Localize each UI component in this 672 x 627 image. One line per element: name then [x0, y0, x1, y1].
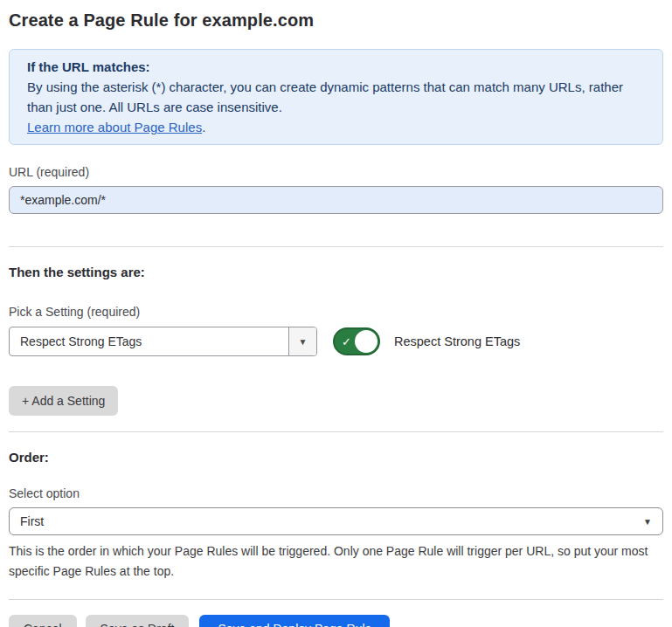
footer-actions: Cancel Save as Draft Save and Deploy Pag… — [9, 615, 663, 627]
info-box-body: By using the asterisk (*) character, you… — [27, 77, 645, 117]
order-select-label: Select option — [9, 486, 663, 500]
url-input[interactable] — [9, 186, 663, 214]
dropdown-arrow-icon: ▼ — [299, 337, 308, 347]
cancel-button[interactable]: Cancel — [9, 615, 77, 627]
url-field-label: URL (required) — [9, 165, 663, 179]
info-box-heading: If the URL matches: — [27, 57, 645, 77]
setting-dropdown-value: Respect Strong ETags — [10, 327, 288, 355]
add-setting-button[interactable]: + Add a Setting — [9, 386, 118, 416]
section-divider — [9, 246, 663, 247]
save-and-deploy-button[interactable]: Save and Deploy Page Rule — [199, 615, 390, 627]
setting-dropdown-button[interactable]: ▼ — [288, 327, 316, 355]
order-help-text: This is the order in which your Page Rul… — [9, 541, 660, 582]
page-rule-form: Create a Page Rule for example.com If th… — [0, 10, 672, 627]
page-title: Create a Page Rule for example.com — [9, 10, 663, 31]
chevron-down-icon: ▼ — [643, 517, 652, 527]
info-box-link-line: Learn more about Page Rules. — [27, 117, 645, 137]
url-match-info-box: If the URL matches: By using the asteris… — [9, 49, 663, 145]
settings-section-heading: Then the settings are: — [9, 265, 663, 279]
order-select-value: First — [20, 514, 44, 528]
footer-divider — [9, 599, 663, 600]
setting-row: Respect Strong ETags ▼ ✓ Respect Strong … — [9, 327, 663, 356]
order-select[interactable]: First ▼ — [9, 507, 663, 535]
learn-more-link[interactable]: Learn more about Page Rules — [27, 120, 202, 134]
setting-toggle[interactable]: ✓ — [333, 327, 380, 355]
setting-toggle-label: Respect Strong ETags — [394, 334, 520, 348]
order-section-heading: Order: — [9, 450, 663, 465]
setting-dropdown[interactable]: Respect Strong ETags ▼ — [9, 327, 317, 356]
check-icon: ✓ — [342, 335, 351, 348]
section-divider — [9, 431, 663, 432]
setting-picker-label: Pick a Setting (required) — [9, 305, 663, 319]
link-suffix: . — [202, 120, 205, 134]
toggle-knob — [355, 330, 378, 353]
save-as-draft-button[interactable]: Save as Draft — [86, 615, 190, 627]
